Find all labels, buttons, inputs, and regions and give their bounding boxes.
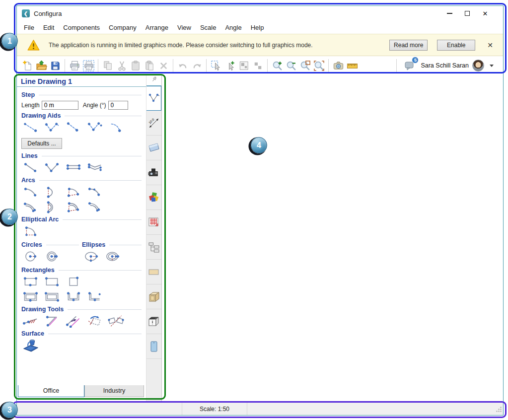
menu-item-edit[interactable]: Edit <box>39 22 59 33</box>
panel-pin-button[interactable] <box>146 75 161 86</box>
new-document-icon[interactable] <box>20 59 34 73</box>
section-label: Arcs <box>21 177 35 184</box>
appliance-tab-icon[interactable] <box>146 309 161 334</box>
elliptical-arc-icon[interactable] <box>21 224 40 238</box>
zoom-out-icon[interactable] <box>284 59 298 73</box>
user-menu-button[interactable] <box>488 63 496 69</box>
rectangle-3pt-icon[interactable] <box>21 275 40 288</box>
angle-line-icon[interactable] <box>43 314 61 328</box>
tool-row <box>21 185 142 199</box>
menu-item-components[interactable]: Components <box>59 22 104 33</box>
tab-industry[interactable]: Industry <box>84 385 144 397</box>
length-field[interactable] <box>42 101 78 110</box>
subsection-circles: Circles <box>21 239 79 264</box>
menu-item-scale[interactable]: Scale <box>196 22 221 33</box>
section-label: Circles <box>21 241 42 248</box>
offset-line-icon[interactable] <box>64 314 82 328</box>
toolbar: 5 Sara Schill Saran <box>17 56 503 75</box>
menu-item-angle[interactable]: Angle <box>220 22 246 33</box>
menu-item-company[interactable]: Company <box>104 22 141 33</box>
materials-tab-icon[interactable] <box>146 185 161 210</box>
structure-tab-icon[interactable] <box>146 235 161 260</box>
camera-tab-icon[interactable] <box>146 160 161 185</box>
menu-item-view[interactable]: View <box>173 22 196 33</box>
door-tab-icon[interactable] <box>146 334 161 359</box>
aid-polyline-end-icon[interactable] <box>85 120 104 134</box>
copy-icon <box>101 59 115 73</box>
zoom-extents-icon[interactable] <box>312 59 326 73</box>
double-arc-center-icon[interactable] <box>64 200 82 213</box>
double-line-icon[interactable] <box>64 160 82 174</box>
select-icon[interactable] <box>209 59 223 73</box>
double-ellipse-icon[interactable] <box>103 249 122 263</box>
menu-item-file[interactable]: File <box>19 22 39 33</box>
angle-field[interactable] <box>108 101 128 110</box>
double-arc-icon[interactable] <box>21 200 40 213</box>
aid-line-end-icon[interactable] <box>64 120 82 134</box>
line-drawing-tab-icon[interactable] <box>146 86 161 111</box>
minimize-button[interactable] <box>440 6 458 20</box>
l-shape-icon[interactable] <box>85 289 104 303</box>
save-icon[interactable] <box>48 59 62 73</box>
close-button[interactable]: ✕ <box>476 6 494 20</box>
pin-icon <box>150 75 158 85</box>
rectangle-icon[interactable] <box>43 275 61 288</box>
square-icon[interactable] <box>64 275 82 288</box>
print-selection-icon[interactable] <box>81 59 95 73</box>
hatch-line-icon[interactable] <box>21 314 40 328</box>
maximize-button[interactable] <box>458 6 476 20</box>
ellipse-icon[interactable] <box>82 249 100 263</box>
panel-tabs: OfficeIndustry <box>18 385 145 397</box>
arc-center-icon[interactable] <box>64 185 82 199</box>
polyline-icon[interactable] <box>43 160 61 174</box>
tool-tab-strip: 10.0 <box>146 75 162 402</box>
mirror-shape-icon[interactable] <box>107 314 125 328</box>
menu-item-arrange[interactable]: Arrange <box>141 22 173 33</box>
u-shape-icon[interactable] <box>64 289 82 303</box>
messages-button[interactable]: 5 <box>404 60 416 71</box>
dimension-tab-icon[interactable]: 10.0 <box>146 111 161 136</box>
tool-row <box>21 249 79 263</box>
arc-sweep-icon[interactable] <box>85 185 104 199</box>
defaults-button[interactable]: Defaults ... <box>21 138 62 149</box>
circle-icon[interactable] <box>21 249 40 263</box>
surface-fill-icon[interactable] <box>21 338 40 352</box>
aid-line-icon[interactable] <box>21 120 40 134</box>
select-add-icon[interactable] <box>223 59 237 73</box>
close-icon: ✕ <box>483 10 488 17</box>
drawing-canvas[interactable] <box>162 75 503 402</box>
enable-button[interactable]: Enable <box>437 40 475 51</box>
aid-polyline-icon[interactable] <box>43 120 61 134</box>
tab-office[interactable]: Office <box>18 385 84 397</box>
print-icon[interactable] <box>68 59 81 73</box>
schedule-tab-icon[interactable] <box>146 210 161 235</box>
worktop-tab-icon[interactable] <box>146 260 161 284</box>
measure-icon[interactable] <box>345 59 359 73</box>
menu-item-help[interactable]: Help <box>246 22 269 33</box>
snapshot-icon[interactable] <box>331 59 345 73</box>
double-arc-chord-icon[interactable] <box>43 200 61 213</box>
double-polyline-icon[interactable] <box>85 160 104 174</box>
double-rectangle-icon[interactable] <box>21 289 40 303</box>
section-arcs: Arcs <box>21 177 142 184</box>
panel-tab-icon[interactable] <box>146 136 161 160</box>
zoom-in-icon[interactable] <box>270 59 284 73</box>
double-rectangle-inner-icon[interactable] <box>43 289 61 303</box>
double-circle-icon[interactable] <box>43 249 61 263</box>
arc-icon[interactable] <box>21 185 40 199</box>
aid-arc-icon[interactable] <box>107 120 125 134</box>
line-icon[interactable] <box>21 160 40 174</box>
elliptical-arc-grid <box>21 224 142 238</box>
double-arc-sweep-icon[interactable] <box>85 200 104 213</box>
zoom-window-icon[interactable] <box>298 59 312 73</box>
length-label: Length <box>21 102 40 109</box>
arc-chord-icon[interactable] <box>43 185 61 199</box>
rotate-shape-icon[interactable] <box>85 314 104 328</box>
section-lines: Lines <box>21 152 142 159</box>
resize-grip[interactable] <box>496 406 502 414</box>
cabinet-tab-icon[interactable] <box>146 284 161 309</box>
avatar[interactable] <box>472 60 484 71</box>
notification-close-icon[interactable]: ✕ <box>483 40 497 50</box>
read-more-button[interactable]: Read more <box>389 40 428 51</box>
open-icon[interactable] <box>34 59 48 73</box>
